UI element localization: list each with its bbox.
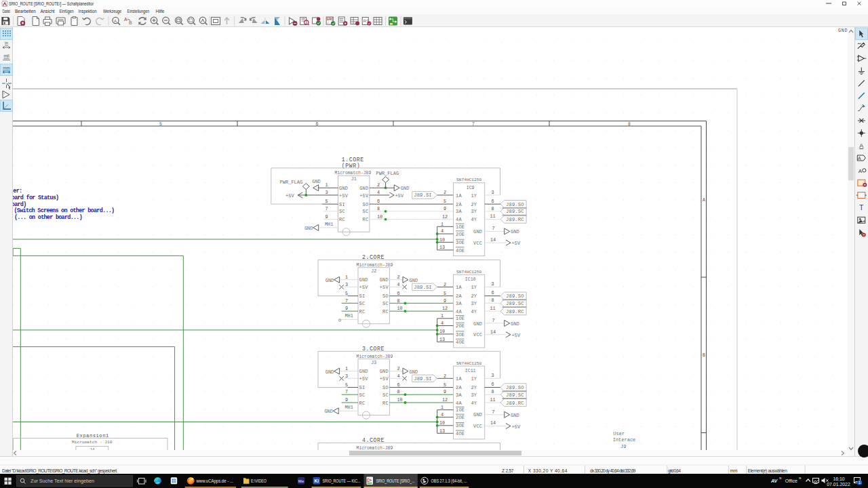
svg-text:GND: GND <box>401 186 410 191</box>
svg-text:GND: GND <box>326 369 334 375</box>
svg-text:8: 8 <box>491 389 494 394</box>
svg-text:3OE: 3OE <box>456 240 465 245</box>
svg-text:5: 5 <box>345 382 348 388</box>
svg-text:3A: 3A <box>456 301 462 306</box>
svg-text:Micromatch-J89: Micromatch-J89 <box>357 263 393 268</box>
svg-text:1Y: 1Y <box>471 376 477 382</box>
svg-text:GND: GND <box>410 369 418 375</box>
svg-text:SC: SC <box>363 209 369 214</box>
svg-text:1OE: 1OE <box>456 316 465 321</box>
svg-text:3Y: 3Y <box>471 209 477 214</box>
svg-text:GND: GND <box>324 409 333 414</box>
svg-text:3: 3 <box>326 190 328 195</box>
svg-text:14: 14 <box>490 329 496 335</box>
svg-text:Office: Office <box>785 479 797 483</box>
svg-text:Micromatch-J89: Micromatch-J89 <box>335 171 372 176</box>
svg-text:Me: Me <box>298 479 304 483</box>
svg-text:4OE: 4OE <box>456 431 465 436</box>
svg-text:J89.SC: J89.SC <box>506 209 524 214</box>
svg-text:Ki: Ki <box>314 479 319 483</box>
svg-text:MH1: MH1 <box>344 313 353 319</box>
svg-text:GND: GND <box>410 278 418 283</box>
svg-text:+5V: +5V <box>359 193 369 199</box>
svg-text:J1: J1 <box>351 177 357 182</box>
svg-text:3: 3 <box>491 281 494 287</box>
svg-text:07.01.2022: 07.01.2022 <box>827 482 850 487</box>
svg-text:6: 6 <box>377 199 380 204</box>
svg-text:+5V: +5V <box>285 193 294 199</box>
svg-text:1: 1 <box>441 222 443 227</box>
svg-text:5: 5 <box>159 122 162 127</box>
svg-text:GND: GND <box>511 229 519 235</box>
svg-text:GND: GND <box>473 229 482 235</box>
svg-text:1: 1 <box>345 366 348 371</box>
svg-text:7: 7 <box>345 389 348 394</box>
svg-text:GND: GND <box>359 369 368 374</box>
svg-text:4A: 4A <box>456 217 462 222</box>
svg-text:IC9: IC9 <box>467 186 475 190</box>
svg-text:4: 4 <box>441 321 443 326</box>
svg-text:SC: SC <box>339 209 345 214</box>
svg-text:16:10: 16:10 <box>833 476 844 481</box>
svg-text:GND: GND <box>473 321 482 327</box>
svg-text:Element(e) auswählen: Element(e) auswählen <box>748 468 787 474</box>
svg-text:5: 5 <box>326 199 328 204</box>
svg-text:+5V: +5V <box>512 424 521 430</box>
svg-text:J89.RC: J89.RC <box>506 217 524 222</box>
svg-text:5: 5 <box>443 199 446 204</box>
svg-text:User: User <box>613 431 625 436</box>
svg-text:X 330,20 Y 40,64: X 330,20 Y 40,64 <box>528 468 568 473</box>
svg-text:4: 4 <box>441 412 443 418</box>
svg-text:1Y: 1Y <box>471 285 477 290</box>
svg-text:12: 12 <box>442 397 448 403</box>
svg-text:4: 4 <box>441 228 443 234</box>
svg-text:5: 5 <box>443 291 446 296</box>
svg-text:VCC: VCC <box>473 241 482 246</box>
svg-text:GND: GND <box>339 186 348 191</box>
svg-text:+5V: +5V <box>339 193 349 199</box>
svg-text:VCC: VCC <box>473 424 482 429</box>
svg-text:2: 2 <box>377 182 380 188</box>
svg-text:7: 7 <box>492 409 494 415</box>
svg-text:SI: SI <box>359 293 366 299</box>
svg-text:+5V: +5V <box>395 193 404 199</box>
svg-text:1: 1 <box>326 182 328 188</box>
svg-text:Z 2,57: Z 2,57 <box>502 468 514 473</box>
svg-text:SRIO_ROUTE [SRIO_...: SRIO_ROUTE [SRIO_... <box>376 478 415 484</box>
svg-text:OBS 27.1.3 (64-bit, ...: OBS 27.1.3 (64-bit, ... <box>431 478 467 484</box>
svg-text:3.CORE: 3.CORE <box>362 346 384 352</box>
svg-text:13: 13 <box>439 245 445 250</box>
svg-text:VCC: VCC <box>473 332 482 338</box>
svg-text:J89.SI: J89.SI <box>414 376 431 382</box>
svg-text:6: 6 <box>397 382 399 388</box>
svg-text:11: 11 <box>490 306 495 311</box>
svg-text:SN74HC1250: SN74HC1250 <box>456 178 481 182</box>
svg-text:B: B <box>703 353 705 358</box>
svg-text:1: 1 <box>345 274 348 280</box>
svg-text:A: A <box>703 198 705 203</box>
svg-text:9: 9 <box>345 306 348 311</box>
svg-text:2: 2 <box>443 373 446 379</box>
svg-text:7: 7 <box>492 226 494 231</box>
svg-text:Interace: Interace <box>613 437 636 443</box>
svg-text:SI: SI <box>339 202 345 207</box>
svg-text:4Y: 4Y <box>471 217 477 222</box>
svg-text:1Y: 1Y <box>471 193 477 199</box>
svg-text:SC: SC <box>382 301 389 306</box>
svg-text:3A: 3A <box>456 392 462 398</box>
svg-text:2: 2 <box>397 366 399 371</box>
svg-text:Datei "D:\kicad\SRIO_ROUTE\SRI: Datei "D:\kicad\SRIO_ROUTE\SRIO_ROUTE.ki… <box>2 468 118 474</box>
svg-text:GND: GND <box>511 413 519 418</box>
svg-text:7: 7 <box>472 122 475 127</box>
svg-text:7: 7 <box>492 318 494 323</box>
svg-text:MH1: MH1 <box>344 405 353 410</box>
svg-text:9: 9 <box>443 389 446 394</box>
svg-text:2OE: 2OE <box>456 323 465 329</box>
svg-text:10: 10 <box>397 306 402 311</box>
svg-text:4OE: 4OE <box>456 340 465 345</box>
svg-text:3: 3 <box>345 282 348 287</box>
svg-text:+5V: +5V <box>512 241 521 246</box>
svg-text:9: 9 <box>443 206 446 211</box>
svg-text:2Y: 2Y <box>471 385 477 390</box>
svg-text:GND: GND <box>326 278 334 283</box>
